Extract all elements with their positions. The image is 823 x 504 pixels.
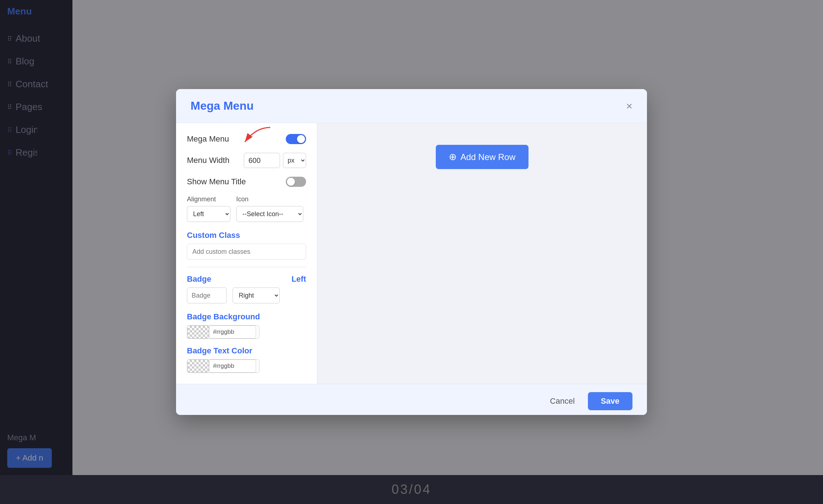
unit-select[interactable]: px % em [283, 153, 306, 168]
badge-text-color-label: Badge Text Color [187, 346, 306, 356]
badge-text-color-wrapper [187, 359, 259, 373]
toggle-thumb [297, 135, 305, 143]
custom-class-input[interactable] [187, 244, 306, 260]
modal-dialog: Mega Menu × Mega Menu [176, 89, 647, 415]
plus-circle-icon: ⊕ [449, 151, 457, 163]
divider [187, 267, 306, 267]
custom-class-label: Custom Class [187, 231, 306, 240]
badge-input[interactable] [187, 287, 227, 303]
badge-text-swatch[interactable] [187, 360, 209, 373]
right-panel: ⊕ Add New Row [317, 123, 647, 384]
badge-row: Right Left Center [187, 287, 306, 303]
cancel-button[interactable]: Cancel [543, 392, 582, 410]
mega-menu-label: Mega Menu [187, 134, 229, 144]
mega-menu-row: Mega Menu [187, 134, 306, 144]
badge-bg-color-wrapper [187, 325, 259, 339]
modal-header: Mega Menu × [176, 89, 647, 123]
icon-select[interactable]: --Select Icon-- [236, 206, 303, 222]
badge-bg-label: Badge Background [187, 312, 306, 322]
alignment-select[interactable]: Left Center Right [187, 206, 230, 222]
toggle-track-on [286, 134, 306, 144]
icon-label: Icon [236, 196, 303, 203]
badge-bg-input[interactable] [209, 326, 256, 339]
badge-position-header: Left [292, 274, 306, 284]
close-button[interactable]: × [626, 101, 632, 112]
left-panel: Mega Menu [176, 123, 317, 384]
alignment-icon-row: Alignment Left Center Right Icon --Selec… [187, 196, 306, 222]
menu-width-label: Menu Width [187, 156, 229, 165]
show-menu-title-label: Show Menu Title [187, 177, 246, 186]
badge-position-select[interactable]: Right Left Center [233, 287, 280, 303]
badge-label: Badge [187, 274, 211, 284]
modal-body: Mega Menu [176, 123, 647, 384]
alignment-label: Alignment [187, 196, 230, 203]
modal-footer: Cancel Save [176, 384, 647, 415]
show-menu-title-row: Show Menu Title [187, 177, 306, 187]
badge-text-color-input[interactable] [209, 360, 256, 373]
spacer [187, 339, 306, 346]
add-new-row-button[interactable]: ⊕ Add New Row [436, 145, 529, 169]
add-new-row-label: Add New Row [460, 152, 515, 162]
alignment-group: Alignment Left Center Right [187, 196, 230, 222]
modal-overlay: Mega Menu × Mega Menu [0, 0, 823, 504]
toggle-track-off [286, 177, 306, 187]
save-button[interactable]: Save [588, 392, 632, 410]
show-menu-title-toggle[interactable] [286, 177, 306, 187]
mega-menu-toggle[interactable] [286, 134, 306, 144]
badge-bg-swatch[interactable] [187, 326, 209, 339]
menu-width-row: Menu Width px % em [187, 153, 306, 168]
width-group: px % em [244, 153, 306, 168]
modal-title: Mega Menu [191, 99, 254, 113]
icon-group: Icon --Select Icon-- [236, 196, 303, 222]
toggle-thumb-off [287, 178, 295, 186]
badge-headers: Badge Left [187, 274, 306, 284]
menu-width-input[interactable] [244, 153, 280, 168]
